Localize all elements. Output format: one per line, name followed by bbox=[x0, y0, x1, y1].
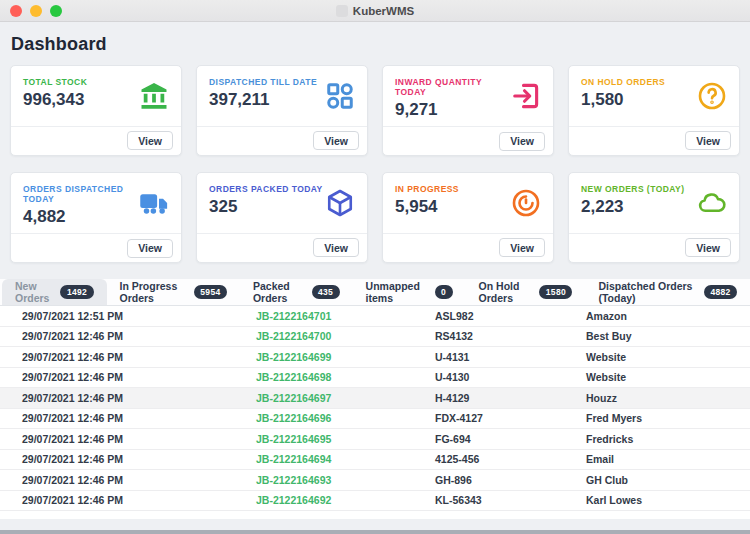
tab-in-progress-orders[interactable]: In Progress Orders 5954 bbox=[107, 279, 240, 305]
order-id-link[interactable]: JB-2122164692 bbox=[230, 494, 390, 506]
tab-new-orders[interactable]: New Orders 1492 bbox=[2, 279, 107, 305]
card-in-progress: IN PROGRESS 5,954 View bbox=[382, 172, 554, 263]
card-value: 397,211 bbox=[209, 90, 317, 110]
card-label: DISPATCHED TILL DATE bbox=[209, 77, 317, 87]
app-icon bbox=[336, 5, 348, 17]
card-label: IN PROGRESS bbox=[395, 184, 459, 194]
card-label: NEW ORDERS (TODAY) bbox=[581, 184, 685, 194]
card-value: 996,343 bbox=[23, 90, 87, 110]
order-id-link[interactable]: JB-2122164693 bbox=[230, 474, 390, 486]
order-id-link[interactable]: JB-2122164701 bbox=[230, 310, 390, 322]
order-id-link[interactable]: JB-2122164699 bbox=[230, 351, 390, 363]
page-title: Dashboard bbox=[11, 34, 739, 55]
view-button[interactable]: View bbox=[313, 131, 359, 150]
tab-label: Dispatched Orders (Today) bbox=[598, 280, 697, 304]
tab-unmapped-items[interactable]: Unmapped items 0 bbox=[353, 279, 466, 305]
order-datetime: 29/07/2021 12:46 PM bbox=[0, 412, 230, 424]
order-sku: H-4129 bbox=[390, 392, 550, 404]
view-button[interactable]: View bbox=[313, 238, 359, 257]
card-total-stock: TOTAL STOCK 996,343 View bbox=[10, 65, 182, 156]
order-source: Website bbox=[550, 371, 750, 383]
card-value: 5,954 bbox=[395, 197, 459, 217]
table-row[interactable]: 29/07/2021 12:46 PM JB-2122164696 FDX-41… bbox=[0, 409, 750, 430]
order-sku: GH-896 bbox=[390, 474, 550, 486]
order-source: Fred Myers bbox=[550, 412, 750, 424]
tab-dispatched-orders-today[interactable]: Dispatched Orders (Today) 4882 bbox=[585, 279, 750, 305]
order-datetime: 29/07/2021 12:46 PM bbox=[0, 494, 230, 506]
question-circle-icon bbox=[697, 81, 727, 111]
card-label: TOTAL STOCK bbox=[23, 77, 87, 87]
grid-shapes-icon bbox=[325, 81, 355, 111]
tab-count-badge: 0 bbox=[435, 285, 453, 298]
card-value: 325 bbox=[209, 197, 323, 217]
table-row[interactable]: 29/07/2021 12:46 PM JB-2122164699 U-4131… bbox=[0, 347, 750, 368]
tab-count-badge: 1580 bbox=[539, 285, 572, 298]
order-datetime: 29/07/2021 12:46 PM bbox=[0, 453, 230, 465]
table-row[interactable]: 29/07/2021 12:51 PM JB-2122164701 ASL982… bbox=[0, 306, 750, 327]
table-row[interactable]: 29/07/2021 12:46 PM JB-2122164694 4125-4… bbox=[0, 450, 750, 471]
view-button[interactable]: View bbox=[685, 131, 731, 150]
order-sku: ASL982 bbox=[390, 310, 550, 322]
card-label: INWARD QUANTITY TODAY bbox=[395, 77, 511, 97]
order-id-link[interactable]: JB-2122164694 bbox=[230, 453, 390, 465]
order-sku: FG-694 bbox=[390, 433, 550, 445]
card-value: 2,223 bbox=[581, 197, 685, 217]
order-source: GH Club bbox=[550, 474, 750, 486]
window-titlebar: KuberWMS bbox=[0, 0, 750, 22]
order-source: Email bbox=[550, 453, 750, 465]
order-sku: 4125-456 bbox=[390, 453, 550, 465]
orders-tabbar: New Orders 1492 In Progress Orders 5954 … bbox=[0, 279, 750, 306]
order-id-link[interactable]: JB-2122164698 bbox=[230, 371, 390, 383]
orders-table: 29/07/2021 12:51 PM JB-2122164701 ASL982… bbox=[0, 306, 750, 519]
bank-icon bbox=[139, 81, 169, 111]
tab-label: On Hold Orders bbox=[479, 280, 534, 304]
view-button[interactable]: View bbox=[127, 131, 173, 150]
window-title: KuberWMS bbox=[353, 5, 414, 17]
tab-label: New Orders bbox=[15, 280, 54, 304]
maximize-button[interactable] bbox=[50, 5, 62, 17]
minimize-button[interactable] bbox=[30, 5, 42, 17]
table-row[interactable]: 29/07/2021 12:46 PM JB-2122164700 RS4132… bbox=[0, 327, 750, 348]
order-source: Website bbox=[550, 351, 750, 363]
timer-icon bbox=[511, 188, 541, 218]
tab-packed-orders[interactable]: Packed Orders 435 bbox=[240, 279, 353, 305]
tab-count-badge: 4882 bbox=[704, 285, 737, 298]
tab-label: In Progress Orders bbox=[120, 280, 188, 304]
table-row-highlighted[interactable]: 29/07/2021 12:46 PM JB-2122164697 H-4129… bbox=[0, 388, 750, 409]
close-button[interactable] bbox=[10, 5, 22, 17]
cloud-icon bbox=[697, 188, 727, 218]
view-button[interactable]: View bbox=[499, 238, 545, 257]
table-row[interactable]: 29/07/2021 12:46 PM JB-2122164693 GH-896… bbox=[0, 470, 750, 491]
view-button[interactable]: View bbox=[685, 238, 731, 257]
order-datetime: 29/07/2021 12:46 PM bbox=[0, 330, 230, 342]
inward-arrow-icon bbox=[511, 81, 541, 111]
view-button[interactable]: View bbox=[499, 132, 545, 151]
order-sku: RS4132 bbox=[390, 330, 550, 342]
tab-label: Packed Orders bbox=[253, 280, 306, 304]
table-row[interactable]: 29/07/2021 12:46 PM JB-2122164698 U-4130… bbox=[0, 368, 750, 389]
card-value: 1,580 bbox=[581, 90, 665, 110]
order-sku: KL-56343 bbox=[390, 494, 550, 506]
tab-count-badge: 435 bbox=[312, 285, 340, 298]
card-inward-quantity-today: INWARD QUANTITY TODAY 9,271 View bbox=[382, 65, 554, 156]
view-button[interactable]: View bbox=[127, 239, 173, 258]
order-id-link[interactable]: JB-2122164695 bbox=[230, 433, 390, 445]
order-id-link[interactable]: JB-2122164697 bbox=[230, 392, 390, 404]
order-id-link[interactable]: JB-2122164700 bbox=[230, 330, 390, 342]
order-sku: FDX-4127 bbox=[390, 412, 550, 424]
card-value: 9,271 bbox=[395, 100, 511, 120]
table-row[interactable]: 29/07/2021 12:46 PM JB-2122164692 KL-563… bbox=[0, 491, 750, 512]
order-datetime: 29/07/2021 12:46 PM bbox=[0, 433, 230, 445]
order-id-link[interactable]: JB-2122164696 bbox=[230, 412, 390, 424]
tab-on-hold-orders[interactable]: On Hold Orders 1580 bbox=[466, 279, 586, 305]
order-source: Fredricks bbox=[550, 433, 750, 445]
table-row[interactable]: 29/07/2021 12:46 PM JB-2122164695 FG-694… bbox=[0, 429, 750, 450]
card-value: 4,882 bbox=[23, 207, 139, 227]
window-bottom-edge bbox=[0, 530, 750, 534]
stat-cards-grid: TOTAL STOCK 996,343 View DISPATCHED TILL… bbox=[10, 65, 740, 263]
order-source: Amazon bbox=[550, 310, 750, 322]
order-datetime: 29/07/2021 12:46 PM bbox=[0, 474, 230, 486]
card-new-orders-today: NEW ORDERS (TODAY) 2,223 View bbox=[568, 172, 740, 263]
card-dispatched-till-date: DISPATCHED TILL DATE 397,211 View bbox=[196, 65, 368, 156]
order-datetime: 29/07/2021 12:46 PM bbox=[0, 351, 230, 363]
